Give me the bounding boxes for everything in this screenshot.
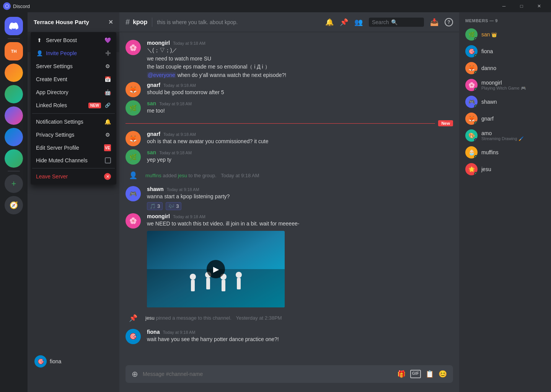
hide-muted-label: Hide Muted Channels xyxy=(36,157,102,163)
member-info: amo Streaming Drawing 🖌️ xyxy=(481,130,524,141)
reaction-button[interactable]: 🎵 3 xyxy=(147,202,163,210)
pin-icon[interactable]: 📌 xyxy=(340,18,348,26)
reaction-count: 3 xyxy=(176,203,179,209)
discord-home-icon[interactable] xyxy=(5,17,23,35)
list-item[interactable]: 🌿 san 👑 xyxy=(462,26,548,43)
message-input-box: ⊕ 🎁 GIF 📋 😊 xyxy=(126,365,453,383)
message-content: fiona Today at 9:18 AM wait have you see… xyxy=(147,329,453,344)
message-author: san xyxy=(147,100,156,106)
search-bar[interactable]: Search 🔍 xyxy=(369,18,424,27)
help-icon[interactable]: ? xyxy=(445,18,453,26)
search-icon: 🔍 xyxy=(391,19,398,25)
close-button[interactable]: ✕ xyxy=(530,0,548,12)
bell-icon[interactable]: 🔔 xyxy=(325,18,334,26)
server-rail-divider2 xyxy=(8,171,20,172)
list-item[interactable]: 🦊 danno xyxy=(462,60,548,77)
list-item[interactable]: 🎨 amo Streaming Drawing 🖌️ xyxy=(462,127,548,144)
list-item[interactable]: 🎯 fiona xyxy=(462,43,548,60)
dropdown-item-server-settings[interactable]: Server Settings ⚙ xyxy=(32,60,115,73)
dropdown-item-leave-server[interactable]: Leave Server ✕ xyxy=(32,170,115,183)
avatar: 🌿 xyxy=(126,149,141,165)
pin-system-icon: 📌 xyxy=(126,310,141,326)
reaction-button[interactable]: 🎶 3 xyxy=(166,202,181,210)
system-to-group-text: to the group. xyxy=(189,173,217,178)
link-icon: 🔗 xyxy=(104,102,111,109)
server-icon-4[interactable] xyxy=(5,106,23,125)
video-play-button[interactable]: ▶ xyxy=(207,260,225,278)
message-author: moongirl xyxy=(147,40,170,46)
system-icon: 👤 xyxy=(126,168,141,183)
message-text: should be good tomorrow after 5 xyxy=(147,89,453,96)
message-header: san Today at 9:18 AM xyxy=(147,149,453,155)
server-icon-6[interactable] xyxy=(5,149,23,168)
server-icon-1[interactable]: TH xyxy=(5,42,23,60)
list-item[interactable]: 🦊 gnarf xyxy=(462,110,548,127)
status-dot xyxy=(474,105,478,108)
dropdown-item-edit-server-profile[interactable]: Edit Server Profile VE xyxy=(32,141,115,154)
table-row: 🌸 moongirl Today at 9:18 AM ＼(；▽；)／ we n… xyxy=(119,38,459,80)
members-sidebar: MEMBERS — 9 🌿 san 👑 🎯 fi xyxy=(459,12,551,392)
svg-rect-8 xyxy=(222,280,225,291)
video-embed[interactable]: ▶ xyxy=(147,231,285,307)
message-content: shawn Today at 9:18 AM wanna start a kpo… xyxy=(147,186,453,210)
status-dot xyxy=(474,88,478,91)
dropdown-item-notification-settings[interactable]: Notification Settings 🔔 xyxy=(32,115,115,128)
message-input-field[interactable] xyxy=(143,371,393,377)
status-dot xyxy=(474,155,478,158)
emoji-icon[interactable]: 😊 xyxy=(439,370,447,378)
message-text: wanna start a kpop listening party? xyxy=(147,193,453,201)
message-timestamp: Today at 9:18 AM xyxy=(159,150,192,155)
member-avatar: 🌟 xyxy=(465,163,478,175)
fiona-name: fiona xyxy=(50,358,61,364)
reaction-count: 3 xyxy=(157,203,160,209)
channel-name: kpop xyxy=(133,19,147,26)
fiona-dm-area: 🎯 fiona xyxy=(28,351,119,372)
server-icon-5[interactable] xyxy=(5,128,23,146)
message-text: we NEED to watch this txt video. ill joi… xyxy=(147,220,453,228)
inbox-icon[interactable]: 📥 xyxy=(430,18,439,26)
dropdown-item-app-directory[interactable]: App Directory 🤖 xyxy=(32,86,115,99)
status-dot xyxy=(474,138,478,142)
dropdown-item-invite-people[interactable]: 👤 Invite People ➕ xyxy=(32,47,115,60)
list-item[interactable]: 🌸 moongirl Playing Witch Game 🎮 xyxy=(462,77,548,93)
dropdown-item-hide-muted[interactable]: Hide Muted Channels xyxy=(32,154,115,167)
fiona-dm-item[interactable]: 🎯 fiona xyxy=(31,352,116,371)
sticker-icon[interactable]: 📋 xyxy=(425,370,434,378)
message-input-area: ⊕ 🎁 GIF 📋 😊 xyxy=(119,365,459,392)
discover-button[interactable]: 🧭 xyxy=(5,196,23,214)
server-header[interactable]: Terrace House Party ✕ xyxy=(28,12,119,32)
avatar: 🌿 xyxy=(126,100,141,116)
list-item[interactable]: 🌟 jesu xyxy=(462,161,548,178)
add-attachment-button[interactable]: ⊕ xyxy=(132,369,138,379)
dropdown-item-linked-roles[interactable]: Linked Roles NEW 🔗 xyxy=(32,99,115,112)
message-timestamp: Today at 9:18 AM xyxy=(173,214,205,219)
app-title: Discord xyxy=(13,3,30,9)
member-info: moongirl Playing Witch Game 🎮 xyxy=(481,80,526,91)
gift-icon[interactable]: 🎁 xyxy=(397,370,406,378)
leave-icon: ✕ xyxy=(104,173,111,180)
messages-area[interactable]: 🌸 moongirl Today at 9:18 AM ＼(；▽；)／ we n… xyxy=(119,32,459,365)
member-info: muffins xyxy=(481,149,499,155)
settings-icon: ⚙ xyxy=(104,63,111,70)
mention: @everyone xyxy=(147,72,176,78)
maximize-button[interactable]: □ xyxy=(513,0,530,12)
members-header: MEMBERS — 9 xyxy=(462,18,548,23)
svg-rect-9 xyxy=(237,278,241,289)
discord-logo-icon: ⬡ xyxy=(3,2,11,10)
message-content: gnarf Today at 9:18 AM should be good to… xyxy=(147,82,453,97)
add-server-button[interactable]: + xyxy=(5,175,23,193)
member-name: muffins xyxy=(481,149,499,155)
dropdown-item-server-boost[interactable]: ⬆ Server Boost 💜 xyxy=(32,34,115,47)
server-icon-3[interactable] xyxy=(5,85,23,103)
members-icon[interactable]: 👥 xyxy=(354,18,363,26)
list-item[interactable]: 🧁 muffins xyxy=(462,144,548,161)
dropdown-item-create-event[interactable]: Create Event 📅 xyxy=(32,73,115,86)
system-added-text: added xyxy=(163,173,178,178)
minimize-button[interactable]: ─ xyxy=(495,0,513,12)
header-icons: 🔔 📌 👥 Search 🔍 📥 ? xyxy=(325,18,453,27)
server-icon-2[interactable] xyxy=(5,64,23,82)
avatar: 🎯 xyxy=(126,329,141,344)
gif-button[interactable]: GIF xyxy=(410,370,421,378)
dropdown-item-privacy-settings[interactable]: Privacy Settings ⚙ xyxy=(32,128,115,141)
list-item[interactable]: 🎮 shawn xyxy=(462,93,548,110)
